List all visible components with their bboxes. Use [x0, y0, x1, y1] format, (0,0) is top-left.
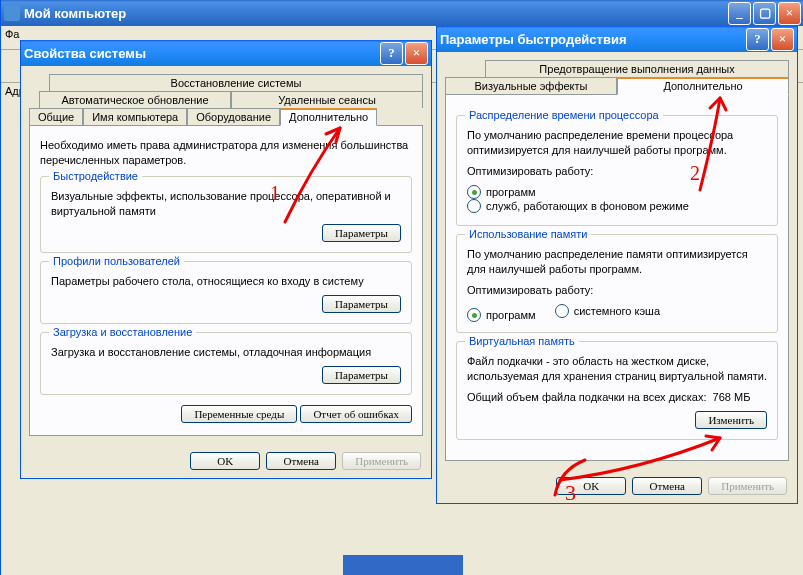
cpu-scheduling-group: Распределение времени процессора По умол… [456, 115, 778, 226]
cancel-button[interactable]: Отмена [632, 477, 702, 495]
admin-note: Необходимо иметь права администратора дл… [40, 138, 412, 168]
tab-auto-update[interactable]: Автоматическое обновление [39, 91, 231, 108]
virtual-memory-group: Виртуальная память Файл подкачки - это о… [456, 341, 778, 440]
perf-advanced-panel: Распределение времени процессора По умол… [445, 94, 789, 461]
performance-options-titlebar[interactable]: Параметры быстродействия ? × [437, 26, 797, 52]
my-computer-titlebar[interactable]: Мой компьютер _ ▢ × [1, 0, 803, 26]
advanced-panel: Необходимо иметь права администратора дл… [29, 125, 423, 436]
system-properties-titlebar[interactable]: Свойства системы ? × [21, 40, 431, 66]
my-computer-icon [4, 5, 20, 21]
pagefile-total-label: Общий объем файла подкачки на всех диска… [467, 391, 706, 403]
close-button[interactable]: × [405, 42, 428, 65]
performance-desc: Визуальные эффекты, использование процес… [51, 189, 401, 219]
my-computer-title: Мой компьютер [24, 6, 726, 21]
user-profiles-legend: Профили пользователей [49, 255, 184, 267]
maximize-button[interactable]: ▢ [753, 2, 776, 25]
ok-button[interactable]: OK [190, 452, 260, 470]
startup-recovery-group: Загрузка и восстановление Загрузка и вос… [40, 332, 412, 395]
memory-usage-desc: По умолчанию распределение памяти оптими… [467, 247, 767, 277]
performance-group: Быстродействие Визуальные эффекты, испол… [40, 176, 412, 254]
virtual-memory-desc: Файл подкачки - это область на жестком д… [467, 354, 767, 384]
close-button[interactable]: × [778, 2, 801, 25]
user-profiles-group: Профили пользователей Параметры рабочего… [40, 261, 412, 324]
ok-button[interactable]: OK [556, 477, 626, 495]
startup-recovery-settings-button[interactable]: Параметры [322, 366, 401, 384]
help-button[interactable]: ? [380, 42, 403, 65]
system-properties-title: Свойства системы [24, 46, 378, 61]
radio-mem-programs[interactable]: программ [467, 308, 536, 322]
user-profiles-settings-button[interactable]: Параметры [322, 295, 401, 313]
user-profiles-desc: Параметры рабочего стола, относящиеся ко… [51, 274, 401, 289]
change-pagefile-button[interactable]: Изменить [695, 411, 767, 429]
system-properties-dialog: Свойства системы ? × Восстановление сист… [20, 40, 432, 479]
taskbar-fragment [343, 555, 463, 575]
apply-button[interactable]: Применить [708, 477, 787, 495]
cpu-scheduling-desc: По умолчанию распределение времени проце… [467, 128, 767, 158]
tab-advanced[interactable]: Дополнительно [280, 108, 377, 126]
radio-mem-cache[interactable]: системного кэша [555, 304, 660, 318]
performance-options-dialog: Параметры быстродействия ? × Предотвраще… [436, 26, 798, 504]
tab-advanced[interactable]: Дополнительно [617, 77, 789, 95]
apply-button[interactable]: Применить [342, 452, 421, 470]
radio-cpu-programs[interactable]: программ [467, 185, 536, 199]
startup-recovery-legend: Загрузка и восстановление [49, 326, 196, 338]
tab-hardware[interactable]: Оборудование [187, 108, 280, 125]
cancel-button[interactable]: Отмена [266, 452, 336, 470]
startup-recovery-desc: Загрузка и восстановление системы, отлад… [51, 345, 401, 360]
memory-usage-group: Использование памяти По умолчанию распре… [456, 234, 778, 333]
close-button[interactable]: × [771, 28, 794, 51]
memory-optimize-label: Оптимизировать работу: [467, 283, 767, 298]
cpu-optimize-label: Оптимизировать работу: [467, 164, 767, 179]
tab-computer-name[interactable]: Имя компьютера [83, 108, 187, 125]
memory-usage-legend: Использование памяти [465, 228, 591, 240]
tab-general[interactable]: Общие [29, 108, 83, 125]
radio-cpu-services[interactable]: служб, работающих в фоновом режиме [467, 199, 689, 213]
performance-legend: Быстродействие [49, 170, 142, 182]
error-report-button[interactable]: Отчет об ошибках [300, 405, 412, 423]
tab-dep[interactable]: Предотвращение выполнения данных [485, 60, 789, 77]
performance-settings-button[interactable]: Параметры [322, 224, 401, 242]
virtual-memory-legend: Виртуальная память [465, 335, 579, 347]
tab-system-restore[interactable]: Восстановление системы [49, 74, 423, 91]
minimize-button[interactable]: _ [728, 2, 751, 25]
tab-remote[interactable]: Удаленные сеансы [231, 91, 423, 108]
help-button[interactable]: ? [746, 28, 769, 51]
cpu-scheduling-legend: Распределение времени процессора [465, 109, 663, 121]
tab-visual-effects[interactable]: Визуальные эффекты [445, 77, 617, 94]
performance-options-title: Параметры быстродействия [440, 32, 744, 47]
pagefile-total-value: 768 МБ [713, 391, 751, 403]
env-vars-button[interactable]: Переменные среды [181, 405, 297, 423]
menu-file[interactable]: Фа [5, 28, 19, 40]
